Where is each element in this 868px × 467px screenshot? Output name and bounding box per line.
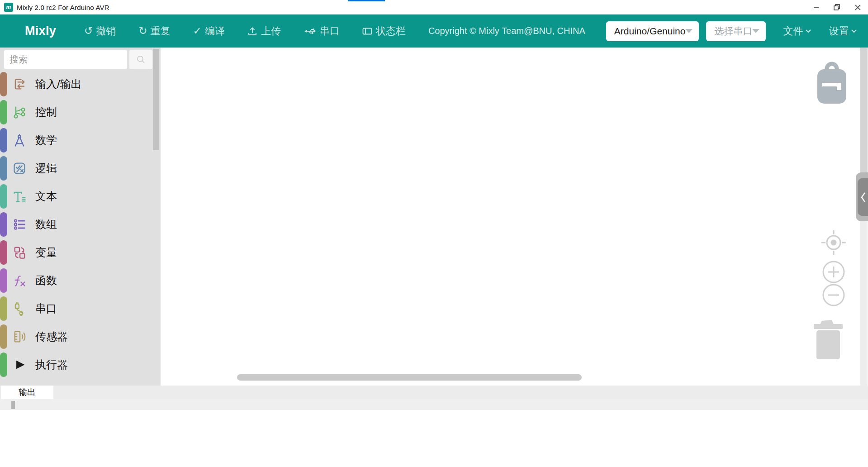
board-select[interactable]: Arduino/Genuino [606,21,699,41]
blockly-workspace[interactable] [161,48,868,386]
statusbar-icon [362,27,372,36]
center-target-icon[interactable] [820,229,847,258]
redo-button[interactable]: 重复 [138,24,170,38]
block-category-sidebar: 输入/输出 控制 [0,48,161,386]
copyright-text: Copyright © Mixly Team@BNU, CHINA [428,26,585,36]
chevron-down-icon [752,29,759,33]
compile-button[interactable]: 编译 [193,24,225,38]
compile-check-icon [193,26,202,36]
sidebar-item-text[interactable]: 文本 [0,182,161,210]
window-controls [806,0,868,14]
close-icon [855,5,861,10]
output-scrollbar-thumb[interactable] [11,401,15,409]
sidebar-item-input-output[interactable]: 输入/输出 [0,70,161,98]
serial-monitor-button[interactable]: 串口 [304,24,340,38]
chevron-down-icon [805,29,811,33]
sidebar-item-serial[interactable]: 串口 [0,295,161,323]
statusbar-toggle-button[interactable]: 状态栏 [362,24,406,38]
logic-check-icon [12,161,27,176]
backpack-icon[interactable] [817,62,847,106]
search-button[interactable] [129,50,152,69]
text-icon [12,189,27,204]
control-branch-icon [12,105,27,119]
restore-icon [834,4,840,10]
main-toolbar: Mixly 撤销 重复 编译 上传 串口 状态栏 Copyright © Mix… [0,14,868,48]
sidebar-item-actuator[interactable]: 执行器 [0,351,161,379]
brand-label: Mixly [25,24,56,38]
mixly-logo-icon: m [4,3,13,12]
usb-serial-icon [304,27,316,36]
search-icon [136,54,147,65]
collapse-panel-icon[interactable] [858,178,868,216]
output-console-gutter [0,399,868,410]
serial-cable-icon [12,301,27,316]
math-compass-icon [12,133,27,148]
upload-icon [247,26,257,36]
sidebar-item-sensor[interactable]: 传感器 [0,323,161,351]
sensor-icon [12,329,27,344]
top-accent-line [348,0,385,1]
undo-icon [84,26,93,36]
zoom-in-icon[interactable] [822,260,845,286]
zoom-out-icon[interactable] [822,283,845,309]
chevron-down-icon [851,29,857,33]
sidebar-item-logic[interactable]: 逻辑 [0,154,161,182]
output-tabstrip: 输出 [0,386,868,399]
chevron-down-icon [685,29,693,33]
canvas-horizontal-scrollbar-thumb[interactable] [237,374,582,381]
sidebar-item-function[interactable]: 函数 [0,267,161,295]
sidebar-item-array[interactable]: 数组 [0,210,161,238]
file-menu[interactable]: 文件 [783,24,811,38]
title-bar: m Mixly 2.0 rc2 For Arduino AVR [0,0,868,14]
array-list-icon [12,217,27,232]
variable-swap-icon [12,245,27,260]
input-output-icon [12,77,27,91]
settings-menu[interactable]: 设置 [829,24,857,38]
actuator-play-icon [12,357,27,372]
restore-button[interactable] [826,0,847,14]
minimize-icon [813,5,819,10]
output-console-body [0,410,868,467]
sidebar-item-math[interactable]: 数学 [0,126,161,154]
undo-button[interactable]: 撤销 [84,24,116,38]
redo-icon [138,26,147,36]
port-select[interactable]: 选择串口 [706,21,766,41]
upload-button[interactable]: 上传 [247,24,281,38]
sidebar-item-control[interactable]: 控制 [0,98,161,126]
canvas-vertical-scrollbar-thumb[interactable] [860,48,868,175]
tab-output[interactable]: 输出 [1,386,53,399]
sidebar-item-variable[interactable]: 变量 [0,238,161,267]
function-fx-icon [12,273,27,288]
trash-icon[interactable] [813,318,843,362]
search-input[interactable] [4,50,128,69]
minimize-button[interactable] [806,0,826,14]
close-button[interactable] [847,0,868,14]
window-title: Mixly 2.0 rc2 For Arduino AVR [17,4,109,11]
